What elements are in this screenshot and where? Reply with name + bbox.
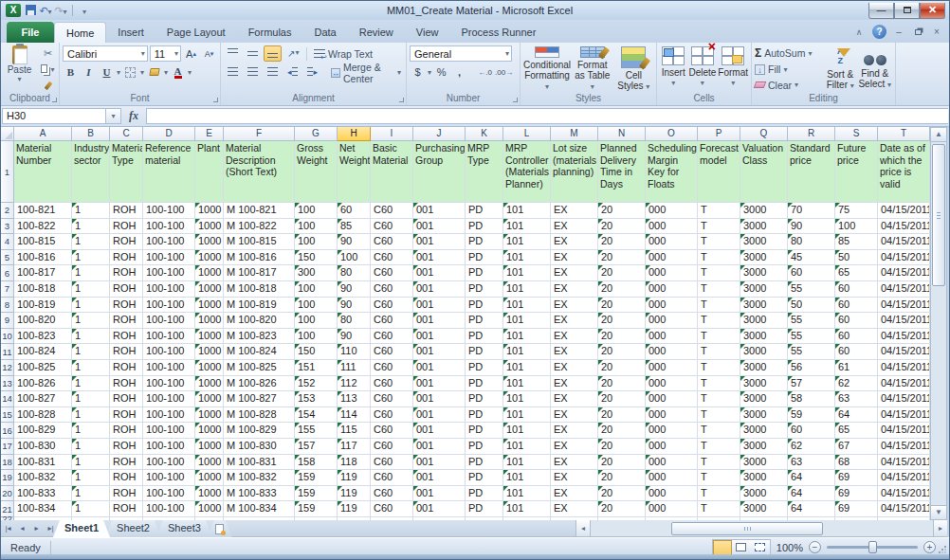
cell-H19[interactable]: 119 [338, 470, 371, 486]
name-box[interactable]: H30 [2, 108, 106, 124]
cell-A18[interactable]: 100-831 [14, 455, 72, 471]
cell-D11[interactable]: 100-100 [143, 344, 195, 360]
cell-I7[interactable]: C60 [371, 281, 413, 298]
cell-Q1[interactable]: Valuation Class [740, 141, 788, 203]
cell-E14[interactable]: 1000 [195, 391, 224, 407]
bold-button[interactable]: B [63, 64, 79, 80]
cell-K13[interactable]: PD [466, 376, 503, 392]
cell-C9[interactable]: ROH [110, 313, 143, 329]
cell-Q9[interactable]: 3000 [740, 313, 788, 329]
tab-view[interactable]: View [405, 22, 450, 43]
cell-I12[interactable]: C60 [371, 360, 413, 376]
close-button[interactable]: ✕ [920, 3, 945, 19]
cell-Q20[interactable]: 3000 [740, 486, 788, 502]
cell-I19[interactable]: C60 [371, 470, 413, 486]
cell-G2[interactable]: 100 [295, 203, 338, 219]
cell-L17[interactable]: 101 [503, 439, 551, 455]
cell-S11[interactable]: 60 [835, 344, 878, 360]
minimize-button[interactable]: — [868, 3, 894, 19]
insert-cells-button[interactable]: Insert▾ [660, 46, 686, 92]
cell-O1[interactable]: Scheduling Margin Key for Floats [646, 141, 698, 203]
cell-T5[interactable]: 04/15/2011 [878, 250, 930, 266]
cell-K20[interactable]: PD [466, 486, 503, 502]
cell-L9[interactable]: 101 [503, 313, 551, 329]
cell-T16[interactable]: 04/15/2011 [878, 423, 930, 439]
align-right-button[interactable] [264, 64, 282, 81]
column-header-I[interactable]: I [371, 127, 413, 141]
cell-S16[interactable]: 65 [835, 423, 878, 439]
cell-O2[interactable]: 000 [646, 203, 698, 219]
cell-T17[interactable]: 04/15/2011 [878, 439, 930, 455]
save-button[interactable] [24, 4, 37, 18]
zoom-slider[interactable] [827, 546, 918, 549]
cell-F2[interactable]: M 100-821 [224, 203, 295, 219]
cell-F17[interactable]: M 100-830 [224, 439, 295, 455]
cell-K6[interactable]: PD [466, 265, 503, 281]
cell-A12[interactable]: 100-825 [14, 360, 72, 376]
cell-P4[interactable]: T [698, 234, 740, 250]
cell-C12[interactable]: ROH [110, 360, 143, 376]
cell-O19[interactable]: 000 [646, 470, 698, 486]
tab-home[interactable]: Home [54, 22, 106, 43]
cell-E20[interactable]: 1000 [195, 486, 224, 502]
cell-G3[interactable]: 100 [295, 219, 338, 235]
cell-D1[interactable]: Reference material [143, 141, 195, 203]
cell-A2[interactable]: 100-821 [14, 203, 72, 219]
cell-G1[interactable]: Gross Weight [295, 141, 338, 203]
cell-P5[interactable]: T [698, 250, 740, 266]
cell-E11[interactable]: 1000 [195, 344, 224, 360]
cell-P10[interactable]: T [698, 329, 740, 345]
column-header-Q[interactable]: Q [740, 127, 788, 141]
cell-O21[interactable]: 000 [646, 501, 698, 517]
row-header-16[interactable]: 16 [1, 423, 14, 439]
row-header-1[interactable]: 1 [1, 141, 14, 203]
cell-I3[interactable]: C60 [371, 219, 413, 235]
cell-T21[interactable]: 04/15/2011 [878, 501, 930, 517]
cell-M7[interactable]: EX [551, 281, 598, 298]
excel-app-icon[interactable]: X [6, 4, 21, 17]
cell-G11[interactable]: 150 [295, 344, 338, 360]
cell-O12[interactable]: 000 [646, 360, 698, 376]
qat-customize-button[interactable]: ▾ [78, 4, 91, 18]
cell-Q14[interactable]: 3000 [740, 391, 788, 407]
cell-D18[interactable]: 100-100 [143, 455, 195, 471]
cell-O17[interactable]: 000 [646, 439, 698, 455]
cell-O16[interactable]: 000 [646, 423, 698, 439]
cell-B11[interactable]: 1 [72, 344, 110, 360]
cell-G14[interactable]: 153 [295, 391, 338, 407]
cell-A4[interactable]: 100-815 [14, 234, 72, 250]
font-color-dropdown[interactable]: ▾ [188, 68, 192, 77]
cell-I4[interactable]: C60 [371, 234, 413, 250]
cell-H6[interactable]: 80 [338, 265, 371, 281]
cell-J10[interactable]: 001 [413, 329, 466, 345]
cell-T11[interactable]: 04/15/2011 [878, 344, 930, 360]
cell-I8[interactable]: C60 [371, 298, 413, 314]
cell-S10[interactable]: 60 [835, 329, 878, 345]
row-header-12[interactable]: 12 [1, 360, 14, 376]
cell-R11[interactable]: 55 [788, 344, 835, 360]
cell-N14[interactable]: 20 [598, 391, 646, 407]
zoom-slider-thumb[interactable] [868, 541, 877, 553]
borders-dropdown[interactable]: ▾ [140, 68, 144, 77]
cell-C3[interactable]: ROH [110, 219, 143, 235]
cell-P18[interactable]: T [698, 455, 740, 471]
cell-M14[interactable]: EX [551, 391, 598, 407]
cell-J20[interactable]: 001 [413, 486, 466, 502]
cell-C7[interactable]: ROH [110, 281, 143, 298]
cell-F4[interactable]: M 100-815 [224, 234, 295, 250]
cell-C15[interactable]: ROH [110, 407, 143, 424]
cell-N9[interactable]: 20 [598, 313, 646, 329]
sort-filter-button[interactable]: AZ Sort & Filter ▾ [823, 46, 858, 92]
cell-T19[interactable]: 04/15/2011 [878, 470, 930, 486]
cell-H1[interactable]: Net Weight [338, 141, 371, 203]
row-header-13[interactable]: 13 [1, 376, 14, 392]
column-header-E[interactable]: E [195, 127, 224, 141]
cell-F18[interactable]: M 100-831 [224, 455, 295, 471]
row-header-6[interactable]: 6 [1, 265, 14, 281]
cell-C20[interactable]: ROH [110, 486, 143, 502]
column-header-N[interactable]: N [598, 127, 646, 141]
cell-N2[interactable]: 20 [598, 203, 646, 219]
cell-B17[interactable]: 1 [72, 439, 110, 455]
cell-O20[interactable]: 000 [646, 486, 698, 502]
row-header-18[interactable]: 18 [1, 455, 14, 471]
